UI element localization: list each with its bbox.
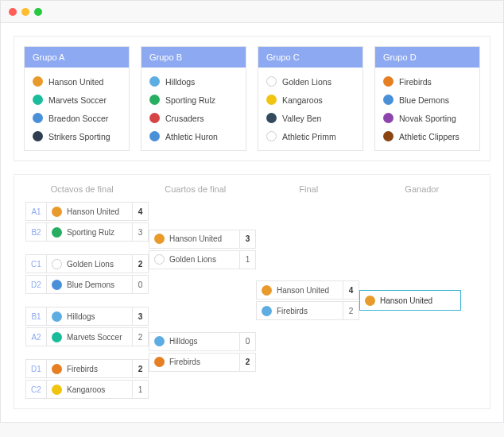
team-row[interactable]: Firebirds (375, 72, 479, 91)
match-row[interactable]: Hanson United4 (256, 280, 359, 300)
team-name: Strikers Sporting (48, 132, 110, 141)
team-badge-icon (149, 113, 160, 123)
team-name: Blue Demons (399, 95, 449, 105)
team-row[interactable]: Hanson United (25, 72, 129, 91)
team-row[interactable]: Novak Sporting (375, 109, 479, 127)
score-label: 1 (132, 381, 148, 398)
team-badge-icon (154, 336, 165, 346)
group-card: Grupo CGolden LionsKangaroosValley BenAt… (258, 46, 363, 151)
team-row[interactable]: Sporting Rulz (142, 91, 246, 109)
team-name: Crusaders (165, 114, 204, 123)
round-header-r16: Octavos de final (25, 184, 139, 194)
team-row[interactable]: Kangaroos (258, 91, 362, 109)
group-card: Grupo AHanson UnitedMarvets SoccerBraedo… (24, 46, 130, 151)
match-row[interactable]: B2Sporting Rulz3 (25, 222, 149, 242)
seed-label: B2 (26, 223, 47, 241)
team-badge-icon (52, 280, 62, 290)
match-row[interactable]: Firebirds2 (256, 301, 359, 320)
groups-panel: Grupo AHanson UnitedMarvets SoccerBraedo… (14, 36, 490, 161)
team-row[interactable]: Braedon Soccer (25, 109, 129, 127)
seed-label: B1 (26, 307, 47, 325)
team-badge-icon (383, 113, 394, 123)
team-name: Athletic Primm (282, 132, 336, 141)
winner-box[interactable]: Hanson United (359, 290, 461, 311)
match-team-name: Hilldogs (165, 337, 239, 346)
minimize-icon[interactable] (21, 8, 29, 16)
team-badge-icon (52, 207, 62, 217)
score-label: 1 (239, 251, 255, 269)
group-body: FirebirdsBlue DemonsNovak SportingAthlet… (375, 68, 479, 150)
team-badge-icon (52, 259, 62, 269)
team-row[interactable]: Crusaders (142, 109, 246, 127)
match-team-name: Firebirds (272, 307, 343, 315)
window-titlebar (1, 1, 503, 23)
score-label: 2 (132, 328, 148, 346)
maximize-icon[interactable] (34, 8, 42, 16)
seed-label: D1 (26, 360, 47, 377)
col-qf: Hanson United3Golden Lions1Hilldogs0Fire… (149, 202, 256, 399)
match-row[interactable]: Golden Lions1 (149, 250, 256, 269)
match-team-name: Marvets Soccer (62, 333, 132, 342)
score-label: 2 (132, 255, 148, 273)
team-name: Kangaroos (282, 95, 323, 105)
score-label: 2 (343, 302, 359, 319)
bracket-panel: Octavos de final Cuartos de final Final … (14, 174, 490, 409)
match-row[interactable]: A1Hanson United4 (25, 202, 149, 221)
match-row[interactable]: Hilldogs0 (149, 332, 256, 351)
round-headers: Octavos de final Cuartos de final Final … (25, 184, 479, 194)
close-icon[interactable] (9, 8, 17, 16)
team-row[interactable]: Hilldogs (142, 72, 246, 91)
team-badge-icon (154, 234, 165, 244)
match-pair: B1Hilldogs3A2Marvets Soccer2 (25, 307, 149, 346)
score-label: 4 (343, 281, 359, 299)
team-badge-icon (266, 76, 277, 87)
team-name: Marvets Soccer (48, 95, 107, 105)
seed-label: A1 (26, 203, 47, 220)
match-team-name: Golden Lions (165, 255, 239, 264)
group-header: Grupo A (25, 47, 129, 68)
match-row[interactable]: D1Firebirds2 (25, 359, 149, 378)
col-winner: Hanson United (359, 202, 461, 399)
col-r16: A1Hanson United4B2Sporting Rulz3C1Golden… (25, 202, 149, 399)
score-label: 2 (239, 354, 255, 371)
group-header: Grupo D (375, 47, 479, 68)
team-row[interactable]: Valley Ben (258, 109, 362, 127)
match-row[interactable]: C2Kangaroos1 (25, 380, 149, 399)
team-badge-icon (52, 311, 62, 322)
team-badge-icon (52, 332, 62, 342)
team-row[interactable]: Strikers Sporting (25, 127, 129, 145)
team-badge-icon (149, 95, 160, 105)
team-badge-icon (154, 357, 165, 367)
match-row[interactable]: B1Hilldogs3 (25, 307, 149, 326)
team-row[interactable]: Golden Lions (258, 72, 362, 91)
match-row[interactable]: A2Marvets Soccer2 (25, 327, 149, 346)
team-row[interactable]: Blue Demons (375, 91, 479, 109)
team-name: Valley Ben (282, 114, 321, 123)
match-pair: Hanson United4Firebirds2 (256, 280, 359, 320)
team-row[interactable]: Marvets Soccer (25, 91, 129, 109)
team-badge-icon (52, 385, 62, 395)
group-body: Golden LionsKangaroosValley BenAthletic … (258, 68, 362, 150)
group-body: Hanson UnitedMarvets SoccerBraedon Socce… (25, 68, 129, 150)
app-window: Grupo AHanson UnitedMarvets SoccerBraedo… (0, 0, 504, 423)
team-name: Braedon Soccer (48, 114, 108, 123)
match-team-name: Golden Lions (62, 260, 132, 269)
match-row[interactable]: D2Blue Demons0 (25, 275, 149, 294)
team-badge-icon (33, 131, 43, 141)
match-team-name: Blue Demons (62, 280, 132, 289)
group-body: HilldogsSporting RulzCrusadersAthletic H… (142, 68, 246, 150)
score-label: 3 (132, 307, 148, 325)
team-row[interactable]: Athletic Clippers (375, 127, 479, 145)
team-badge-icon (266, 131, 277, 141)
team-row[interactable]: Athletic Huron (142, 127, 246, 145)
team-name: Sporting Rulz (165, 95, 215, 105)
team-badge-icon (149, 131, 160, 141)
match-team-name: Hilldogs (62, 312, 132, 321)
match-row[interactable]: Firebirds2 (149, 353, 256, 372)
round-header-qf: Cuartos de final (139, 184, 253, 194)
match-row[interactable]: Hanson United3 (149, 230, 256, 249)
score-label: 3 (132, 223, 148, 241)
match-row[interactable]: C1Golden Lions2 (25, 254, 149, 273)
team-row[interactable]: Athletic Primm (258, 127, 362, 145)
match-pair: A1Hanson United4B2Sporting Rulz3 (25, 202, 149, 242)
